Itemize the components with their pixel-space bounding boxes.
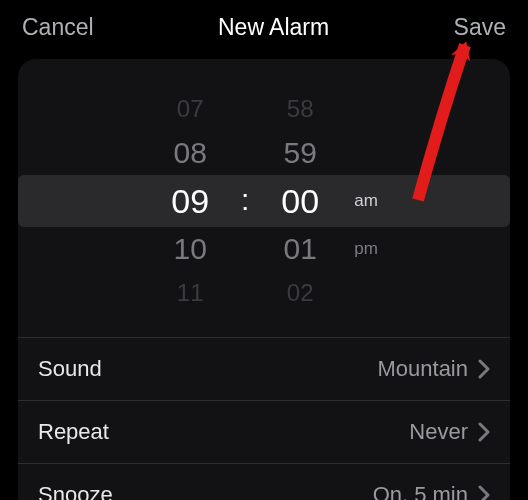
time-colon: : bbox=[230, 175, 260, 227]
chevron-right-icon bbox=[478, 359, 490, 379]
page-title: New Alarm bbox=[218, 14, 329, 41]
cancel-button[interactable]: Cancel bbox=[22, 14, 94, 41]
chevron-right-icon bbox=[478, 422, 490, 442]
repeat-value: Never bbox=[409, 419, 468, 445]
snooze-label: Snooze bbox=[38, 482, 113, 500]
save-button[interactable]: Save bbox=[454, 14, 506, 41]
hour-option[interactable]: 11 bbox=[150, 271, 230, 315]
hour-selected[interactable]: 09 bbox=[150, 175, 230, 227]
hour-column[interactable]: 07 08 09 10 11 bbox=[150, 87, 230, 315]
minute-option[interactable]: 02 bbox=[260, 271, 340, 315]
minute-option[interactable]: 59 bbox=[260, 131, 340, 175]
period-selected[interactable]: am bbox=[354, 175, 378, 227]
settings-list: Sound Mountain Repeat Never Snooze On, 5… bbox=[18, 337, 510, 500]
chevron-right-icon bbox=[478, 485, 490, 500]
sound-value: Mountain bbox=[377, 356, 468, 382]
repeat-label: Repeat bbox=[38, 419, 109, 445]
time-picker[interactable]: 07 08 09 10 11 : 58 59 00 01 02 . . am p… bbox=[18, 71, 510, 331]
hour-option[interactable]: 08 bbox=[150, 131, 230, 175]
period-column[interactable]: . . am pm . bbox=[354, 87, 378, 315]
minute-option[interactable]: 58 bbox=[260, 87, 340, 131]
minute-selected[interactable]: 00 bbox=[260, 175, 340, 227]
top-bar: Cancel New Alarm Save bbox=[0, 0, 528, 59]
hour-option[interactable]: 07 bbox=[150, 87, 230, 131]
period-option[interactable]: pm bbox=[354, 227, 378, 271]
sound-label: Sound bbox=[38, 356, 102, 382]
hour-option[interactable]: 10 bbox=[150, 227, 230, 271]
snooze-row[interactable]: Snooze On, 5 min bbox=[18, 463, 510, 500]
sound-row[interactable]: Sound Mountain bbox=[18, 337, 510, 400]
minute-option[interactable]: 01 bbox=[260, 227, 340, 271]
alarm-panel: 07 08 09 10 11 : 58 59 00 01 02 . . am p… bbox=[18, 59, 510, 500]
minute-column[interactable]: 58 59 00 01 02 bbox=[260, 87, 340, 315]
repeat-row[interactable]: Repeat Never bbox=[18, 400, 510, 463]
snooze-value: On, 5 min bbox=[373, 482, 468, 500]
